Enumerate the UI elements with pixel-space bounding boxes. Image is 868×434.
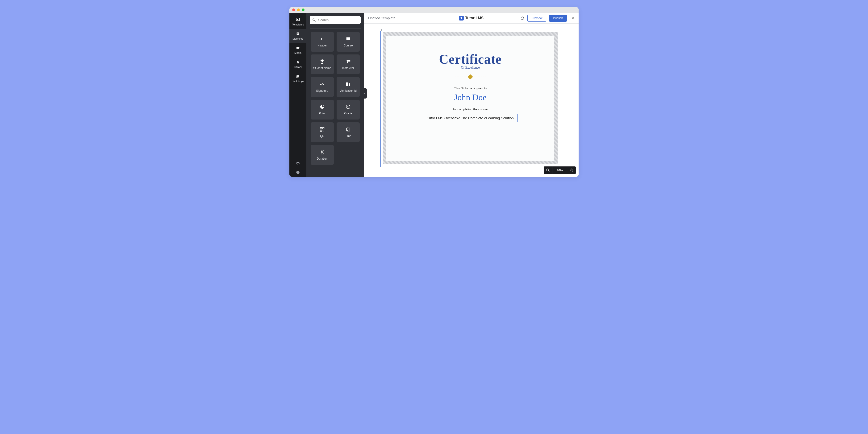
svg-line-54 [572, 171, 573, 172]
element-grade-label: Grade [344, 112, 352, 115]
certificate-for-completing[interactable]: for completing the course [453, 107, 488, 111]
close-button[interactable] [570, 16, 575, 21]
backdrops-icon [296, 74, 300, 78]
topbar-actions: Preview Publish [520, 14, 575, 22]
nav-media[interactable]: Media [289, 43, 306, 57]
svg-rect-19 [298, 172, 298, 173]
search-wrap [310, 16, 361, 24]
nav-layers[interactable] [289, 159, 306, 168]
name-underline [449, 104, 492, 104]
element-student-name[interactable]: Student Name [311, 55, 334, 74]
svg-marker-8 [297, 60, 299, 62]
time-icon [346, 127, 351, 132]
svg-point-21 [313, 19, 315, 21]
nav-library-label: Library [294, 66, 302, 68]
zoom-control: 80% [544, 166, 576, 174]
nav-rail: Templates Elements Media Library Backdro… [289, 13, 306, 177]
certificate-course-title[interactable]: Tutor LMS Overview: The Complete eLearni… [423, 114, 518, 122]
element-point[interactable]: Point [311, 100, 334, 120]
preview-button[interactable]: Preview [527, 14, 546, 22]
undo-icon[interactable] [520, 16, 525, 20]
certificate-title[interactable]: Certificate [439, 52, 502, 67]
element-time-label: Time [345, 134, 351, 138]
svg-rect-29 [348, 60, 350, 62]
publish-button[interactable]: Publish [549, 14, 567, 22]
certificate-subtitle[interactable]: Of Excellence [461, 66, 480, 70]
nav-templates-label: Templates [292, 23, 304, 26]
zoom-in-icon [569, 168, 574, 172]
layers-icon [296, 161, 300, 166]
element-duration[interactable]: Duration [311, 145, 334, 165]
zoom-in-button[interactable] [567, 166, 576, 174]
info-icon [296, 170, 300, 174]
window-close-dot[interactable] [292, 8, 295, 11]
svg-rect-39 [323, 131, 324, 132]
nav-library[interactable]: Library [289, 57, 306, 71]
zoom-out-button[interactable] [544, 166, 552, 174]
svg-rect-37 [320, 130, 322, 131]
svg-rect-36 [323, 128, 324, 129]
element-grade[interactable]: A+ Grade [337, 100, 360, 120]
document-title[interactable]: Untitled Template [368, 16, 520, 20]
elements-panel: H Header Course Student Name Instructor [306, 13, 364, 177]
svg-text:A+: A+ [347, 106, 349, 108]
instructor-icon [346, 59, 351, 64]
window-maximize-dot[interactable] [302, 8, 305, 11]
svg-rect-30 [346, 82, 348, 86]
element-time[interactable]: Time [337, 122, 360, 142]
panel-divider [310, 28, 361, 29]
main-area: Untitled Template Tutor LMS Preview Publ… [364, 13, 579, 177]
nav-backdrops-label: Backdrops [292, 80, 304, 82]
window-minimize-dot[interactable] [297, 8, 300, 11]
media-icon [296, 46, 300, 50]
element-signature[interactable]: Signature [311, 77, 334, 97]
certificate-content: Certificate Of Excellence This Diploma i… [391, 40, 550, 122]
elements-grid: H Header Course Student Name Instructor [310, 32, 361, 165]
zoom-level[interactable]: 80% [552, 166, 567, 174]
element-duration-label: Duration [317, 157, 328, 160]
svg-rect-2 [298, 19, 299, 19]
resize-handle-tr[interactable] [559, 29, 561, 31]
search-icon [312, 18, 316, 22]
student-icon [319, 59, 325, 64]
nav-info[interactable] [289, 168, 306, 177]
element-instructor[interactable]: Instructor [337, 55, 360, 74]
point-icon [319, 104, 325, 109]
svg-marker-25 [320, 59, 324, 61]
svg-rect-40 [346, 128, 350, 131]
app-window: Templates Elements Media Library Backdro… [289, 7, 579, 177]
header-icon: H [319, 36, 325, 41]
course-icon [346, 36, 351, 41]
nav-media-label: Media [294, 52, 302, 54]
certificate-selection[interactable]: Certificate Of Excellence This Diploma i… [380, 30, 560, 167]
resize-handle-tl[interactable] [380, 29, 382, 31]
nav-backdrops[interactable]: Backdrops [289, 71, 306, 85]
canvas[interactable]: Certificate Of Excellence This Diploma i… [364, 24, 579, 177]
svg-rect-20 [298, 171, 298, 172]
element-course[interactable]: Course [337, 32, 360, 52]
element-verification-id[interactable]: Verification Id [337, 77, 360, 97]
certificate-given-to[interactable]: This Diploma is given to [454, 87, 487, 90]
svg-rect-28 [347, 61, 348, 63]
svg-text:H: H [321, 37, 324, 41]
svg-point-9 [297, 63, 298, 64]
element-course-label: Course [344, 44, 353, 47]
svg-line-16 [299, 77, 299, 77]
svg-point-45 [348, 130, 349, 130]
elements-icon [296, 32, 300, 36]
element-header[interactable]: H Header [311, 32, 334, 52]
element-student-name-label: Student Name [313, 66, 331, 70]
library-icon [296, 60, 300, 64]
search-input[interactable] [310, 16, 361, 24]
svg-line-51 [549, 171, 549, 172]
element-point-label: Point [319, 112, 325, 115]
certificate-student-name[interactable]: John Doe [454, 92, 487, 102]
signature-icon [319, 81, 325, 87]
nav-elements[interactable]: Elements [289, 29, 306, 43]
app-body: Templates Elements Media Library Backdro… [289, 13, 579, 177]
nav-templates[interactable]: Templates [289, 14, 306, 29]
svg-point-44 [347, 130, 348, 130]
element-qr[interactable]: QR [311, 122, 334, 142]
close-icon [571, 16, 575, 20]
verification-icon [346, 81, 351, 87]
